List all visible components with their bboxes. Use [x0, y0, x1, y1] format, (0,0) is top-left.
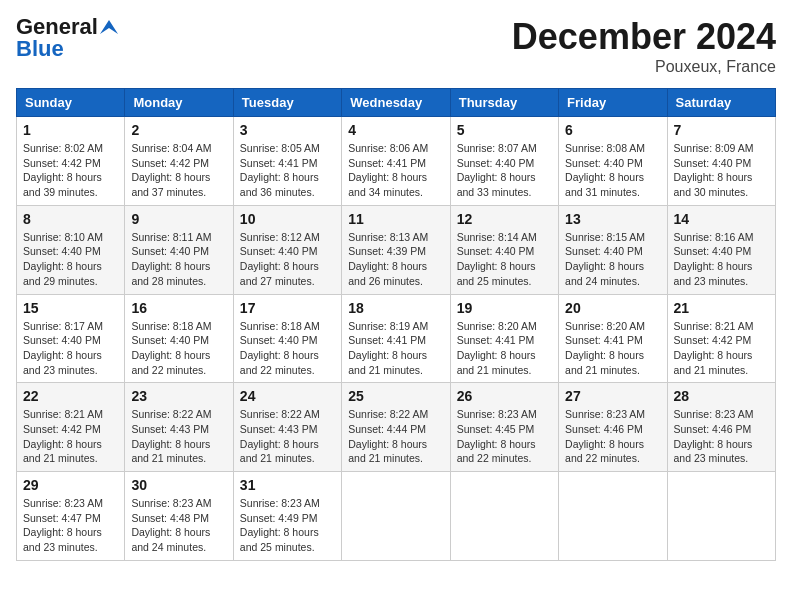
page-header: General Blue December 2024 Pouxeux, Fran… — [16, 16, 776, 76]
cell-info: Sunrise: 8:22 AMSunset: 4:43 PMDaylight:… — [240, 407, 335, 466]
calendar-cell: 7Sunrise: 8:09 AMSunset: 4:40 PMDaylight… — [667, 117, 775, 206]
calendar-cell: 11Sunrise: 8:13 AMSunset: 4:39 PMDayligh… — [342, 205, 450, 294]
calendar-cell: 22Sunrise: 8:21 AMSunset: 4:42 PMDayligh… — [17, 383, 125, 472]
location: Pouxeux, France — [512, 58, 776, 76]
calendar-cell: 28Sunrise: 8:23 AMSunset: 4:46 PMDayligh… — [667, 383, 775, 472]
calendar-cell: 26Sunrise: 8:23 AMSunset: 4:45 PMDayligh… — [450, 383, 558, 472]
day-number: 17 — [240, 300, 335, 316]
cell-info: Sunrise: 8:10 AMSunset: 4:40 PMDaylight:… — [23, 230, 118, 289]
calendar-cell: 9Sunrise: 8:11 AMSunset: 4:40 PMDaylight… — [125, 205, 233, 294]
day-number: 1 — [23, 122, 118, 138]
calendar-week-row-3: 15Sunrise: 8:17 AMSunset: 4:40 PMDayligh… — [17, 294, 776, 383]
col-sunday: Sunday — [17, 89, 125, 117]
cell-info: Sunrise: 8:23 AMSunset: 4:46 PMDaylight:… — [565, 407, 660, 466]
day-number: 20 — [565, 300, 660, 316]
day-number: 26 — [457, 388, 552, 404]
day-number: 16 — [131, 300, 226, 316]
day-number: 15 — [23, 300, 118, 316]
col-monday: Monday — [125, 89, 233, 117]
calendar-cell: 6Sunrise: 8:08 AMSunset: 4:40 PMDaylight… — [559, 117, 667, 206]
day-number: 8 — [23, 211, 118, 227]
cell-info: Sunrise: 8:18 AMSunset: 4:40 PMDaylight:… — [131, 319, 226, 378]
calendar-week-row-1: 1Sunrise: 8:02 AMSunset: 4:42 PMDaylight… — [17, 117, 776, 206]
day-number: 21 — [674, 300, 769, 316]
day-number: 12 — [457, 211, 552, 227]
calendar-cell — [342, 472, 450, 561]
day-number: 3 — [240, 122, 335, 138]
cell-info: Sunrise: 8:21 AMSunset: 4:42 PMDaylight:… — [674, 319, 769, 378]
calendar-cell — [559, 472, 667, 561]
day-number: 11 — [348, 211, 443, 227]
cell-info: Sunrise: 8:05 AMSunset: 4:41 PMDaylight:… — [240, 141, 335, 200]
calendar-cell: 10Sunrise: 8:12 AMSunset: 4:40 PMDayligh… — [233, 205, 341, 294]
calendar-cell: 18Sunrise: 8:19 AMSunset: 4:41 PMDayligh… — [342, 294, 450, 383]
calendar-cell: 1Sunrise: 8:02 AMSunset: 4:42 PMDaylight… — [17, 117, 125, 206]
logo-blue-text: Blue — [16, 36, 64, 61]
day-number: 6 — [565, 122, 660, 138]
day-number: 5 — [457, 122, 552, 138]
calendar-cell: 5Sunrise: 8:07 AMSunset: 4:40 PMDaylight… — [450, 117, 558, 206]
cell-info: Sunrise: 8:07 AMSunset: 4:40 PMDaylight:… — [457, 141, 552, 200]
calendar-table: Sunday Monday Tuesday Wednesday Thursday… — [16, 88, 776, 561]
calendar-cell: 13Sunrise: 8:15 AMSunset: 4:40 PMDayligh… — [559, 205, 667, 294]
day-number: 31 — [240, 477, 335, 493]
logo-text: General — [16, 16, 118, 38]
col-saturday: Saturday — [667, 89, 775, 117]
calendar-cell: 12Sunrise: 8:14 AMSunset: 4:40 PMDayligh… — [450, 205, 558, 294]
cell-info: Sunrise: 8:02 AMSunset: 4:42 PMDaylight:… — [23, 141, 118, 200]
cell-info: Sunrise: 8:14 AMSunset: 4:40 PMDaylight:… — [457, 230, 552, 289]
day-number: 19 — [457, 300, 552, 316]
calendar-cell — [667, 472, 775, 561]
calendar-cell: 30Sunrise: 8:23 AMSunset: 4:48 PMDayligh… — [125, 472, 233, 561]
calendar-cell: 17Sunrise: 8:18 AMSunset: 4:40 PMDayligh… — [233, 294, 341, 383]
cell-info: Sunrise: 8:11 AMSunset: 4:40 PMDaylight:… — [131, 230, 226, 289]
svg-marker-0 — [100, 20, 118, 34]
col-wednesday: Wednesday — [342, 89, 450, 117]
col-thursday: Thursday — [450, 89, 558, 117]
day-number: 27 — [565, 388, 660, 404]
cell-info: Sunrise: 8:23 AMSunset: 4:49 PMDaylight:… — [240, 496, 335, 555]
cell-info: Sunrise: 8:17 AMSunset: 4:40 PMDaylight:… — [23, 319, 118, 378]
calendar-cell: 8Sunrise: 8:10 AMSunset: 4:40 PMDaylight… — [17, 205, 125, 294]
cell-info: Sunrise: 8:22 AMSunset: 4:43 PMDaylight:… — [131, 407, 226, 466]
cell-info: Sunrise: 8:13 AMSunset: 4:39 PMDaylight:… — [348, 230, 443, 289]
cell-info: Sunrise: 8:06 AMSunset: 4:41 PMDaylight:… — [348, 141, 443, 200]
col-friday: Friday — [559, 89, 667, 117]
cell-info: Sunrise: 8:16 AMSunset: 4:40 PMDaylight:… — [674, 230, 769, 289]
day-number: 23 — [131, 388, 226, 404]
col-tuesday: Tuesday — [233, 89, 341, 117]
day-number: 2 — [131, 122, 226, 138]
calendar-header-row: Sunday Monday Tuesday Wednesday Thursday… — [17, 89, 776, 117]
day-number: 10 — [240, 211, 335, 227]
calendar-cell: 16Sunrise: 8:18 AMSunset: 4:40 PMDayligh… — [125, 294, 233, 383]
calendar-week-row-5: 29Sunrise: 8:23 AMSunset: 4:47 PMDayligh… — [17, 472, 776, 561]
calendar-cell: 25Sunrise: 8:22 AMSunset: 4:44 PMDayligh… — [342, 383, 450, 472]
cell-info: Sunrise: 8:08 AMSunset: 4:40 PMDaylight:… — [565, 141, 660, 200]
day-number: 7 — [674, 122, 769, 138]
calendar-week-row-2: 8Sunrise: 8:10 AMSunset: 4:40 PMDaylight… — [17, 205, 776, 294]
cell-info: Sunrise: 8:22 AMSunset: 4:44 PMDaylight:… — [348, 407, 443, 466]
day-number: 30 — [131, 477, 226, 493]
day-number: 22 — [23, 388, 118, 404]
cell-info: Sunrise: 8:23 AMSunset: 4:48 PMDaylight:… — [131, 496, 226, 555]
day-number: 29 — [23, 477, 118, 493]
cell-info: Sunrise: 8:12 AMSunset: 4:40 PMDaylight:… — [240, 230, 335, 289]
cell-info: Sunrise: 8:23 AMSunset: 4:47 PMDaylight:… — [23, 496, 118, 555]
cell-info: Sunrise: 8:20 AMSunset: 4:41 PMDaylight:… — [565, 319, 660, 378]
logo: General Blue — [16, 16, 118, 60]
calendar-cell: 24Sunrise: 8:22 AMSunset: 4:43 PMDayligh… — [233, 383, 341, 472]
day-number: 4 — [348, 122, 443, 138]
cell-info: Sunrise: 8:09 AMSunset: 4:40 PMDaylight:… — [674, 141, 769, 200]
calendar-cell: 19Sunrise: 8:20 AMSunset: 4:41 PMDayligh… — [450, 294, 558, 383]
calendar-cell: 15Sunrise: 8:17 AMSunset: 4:40 PMDayligh… — [17, 294, 125, 383]
month-title: December 2024 — [512, 16, 776, 58]
day-number: 14 — [674, 211, 769, 227]
cell-info: Sunrise: 8:19 AMSunset: 4:41 PMDaylight:… — [348, 319, 443, 378]
day-number: 9 — [131, 211, 226, 227]
day-number: 18 — [348, 300, 443, 316]
day-number: 28 — [674, 388, 769, 404]
cell-info: Sunrise: 8:18 AMSunset: 4:40 PMDaylight:… — [240, 319, 335, 378]
calendar-cell: 31Sunrise: 8:23 AMSunset: 4:49 PMDayligh… — [233, 472, 341, 561]
cell-info: Sunrise: 8:20 AMSunset: 4:41 PMDaylight:… — [457, 319, 552, 378]
calendar-cell: 29Sunrise: 8:23 AMSunset: 4:47 PMDayligh… — [17, 472, 125, 561]
